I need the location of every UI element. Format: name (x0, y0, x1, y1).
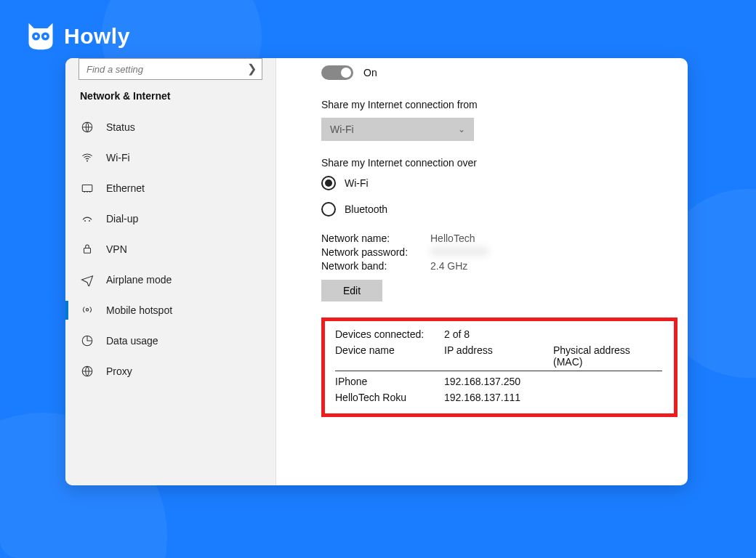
svg-point-7 (84, 220, 86, 222)
settings-window: ❯ Network & Internet Status Wi-Fi Ether (65, 58, 688, 485)
sidebar-item-label: Proxy (106, 365, 132, 377)
search-wrap: ❯ (79, 58, 262, 80)
device-ip: 192.168.137.250 (444, 376, 553, 387)
share-from-dropdown[interactable]: Wi-Fi ⌄ (321, 118, 474, 141)
share-from-selected: Wi-Fi (330, 124, 354, 135)
search-input[interactable] (79, 58, 262, 80)
sidebar-section-title: Network & Internet (80, 90, 276, 102)
sidebar-item-label: Mobile hotspot (106, 304, 172, 316)
dialup-icon (80, 211, 94, 226)
svg-point-3 (44, 35, 47, 38)
radio-bluetooth-row[interactable]: Bluetooth (321, 202, 688, 217)
hotspot-toggle-row: On (321, 65, 688, 80)
toggle-label: On (363, 67, 377, 78)
device-name: HelloTech Roku (335, 392, 444, 403)
svg-point-5 (87, 161, 88, 162)
hotspot-icon (80, 303, 94, 318)
network-password-label: Network password: (321, 246, 430, 258)
hotspot-toggle[interactable] (321, 65, 353, 80)
globe-icon (80, 120, 94, 134)
sidebar-item-proxy[interactable]: Proxy (65, 356, 276, 387)
devices-connected-label: Devices connected: (335, 328, 444, 340)
sidebar-item-label: Dial-up (106, 213, 138, 225)
sidebar-item-airplane[interactable]: Airplane mode (65, 264, 276, 295)
radio-wifi[interactable] (321, 176, 336, 190)
sidebar-item-label: Airplane mode (106, 274, 172, 286)
share-over-group: Share my Internet connection over Wi-Fi … (321, 157, 688, 217)
wifi-icon (80, 150, 94, 165)
sidebar-item-vpn[interactable]: VPN (65, 234, 276, 264)
svg-point-8 (89, 220, 90, 222)
search-icon: ❯ (247, 62, 257, 76)
sidebar-item-hotspot[interactable]: Mobile hotspot (65, 295, 276, 326)
svg-point-10 (86, 309, 88, 311)
owl-icon (25, 20, 57, 52)
network-band-value: 2.4 GHz (430, 260, 467, 272)
proxy-icon (80, 364, 94, 379)
sidebar-item-dialup[interactable]: Dial-up (65, 203, 276, 234)
main-content: On Share my Internet connection from Wi-… (276, 58, 688, 485)
airplane-icon (80, 272, 94, 287)
device-name: IPhone (335, 376, 444, 387)
sidebar-item-label: Ethernet (106, 182, 145, 194)
network-name-label: Network name: (321, 232, 430, 244)
vpn-icon (80, 242, 94, 256)
sidebar-item-datausage[interactable]: Data usage (65, 326, 276, 356)
share-from-group: Share my Internet connection from Wi-Fi … (321, 99, 688, 141)
svg-point-2 (35, 35, 38, 38)
network-password-value (430, 246, 488, 256)
device-ip: 192.168.137.111 (444, 392, 553, 403)
sidebar-item-ethernet[interactable]: Ethernet (65, 173, 276, 203)
sidebar: ❯ Network & Internet Status Wi-Fi Ether (65, 58, 276, 485)
col-mac: Physical address (MAC) (553, 344, 662, 368)
radio-bluetooth-label: Bluetooth (345, 203, 387, 215)
datausage-icon (80, 333, 94, 348)
network-info: Network name: HelloTech Network password… (321, 232, 688, 302)
devices-connected-value: 2 of 8 (444, 328, 470, 340)
col-ip: IP address (444, 344, 553, 368)
radio-bluetooth[interactable] (321, 202, 336, 217)
howly-brand: Howly (25, 20, 130, 52)
sidebar-item-wifi[interactable]: Wi-Fi (65, 142, 276, 173)
svg-rect-6 (82, 185, 92, 192)
network-band-label: Network band: (321, 260, 430, 272)
sidebar-nav: Status Wi-Fi Ethernet Dial-up (65, 112, 276, 387)
devices-connected-box: Devices connected: 2 of 8 Device name IP… (321, 318, 677, 417)
share-from-label: Share my Internet connection from (321, 99, 688, 110)
edit-button[interactable]: Edit (321, 280, 382, 302)
chevron-down-icon: ⌄ (458, 124, 465, 134)
svg-rect-9 (84, 248, 91, 254)
network-name-value: HelloTech (430, 232, 475, 244)
sidebar-item-label: Wi-Fi (106, 152, 130, 163)
col-device-name: Device name (335, 344, 444, 368)
share-over-label: Share my Internet connection over (321, 157, 688, 169)
ethernet-icon (80, 181, 94, 195)
sidebar-item-label: Status (106, 121, 135, 133)
device-row: HelloTech Roku 192.168.137.111 (335, 392, 662, 403)
devices-table-header: Device name IP address Physical address … (335, 344, 662, 371)
radio-wifi-row[interactable]: Wi-Fi (321, 176, 688, 190)
sidebar-item-label: Data usage (106, 335, 158, 347)
sidebar-item-status[interactable]: Status (65, 112, 276, 142)
radio-wifi-label: Wi-Fi (345, 177, 369, 189)
brand-name: Howly (64, 24, 130, 49)
sidebar-item-label: VPN (106, 243, 127, 255)
device-row: IPhone 192.168.137.250 (335, 376, 662, 387)
